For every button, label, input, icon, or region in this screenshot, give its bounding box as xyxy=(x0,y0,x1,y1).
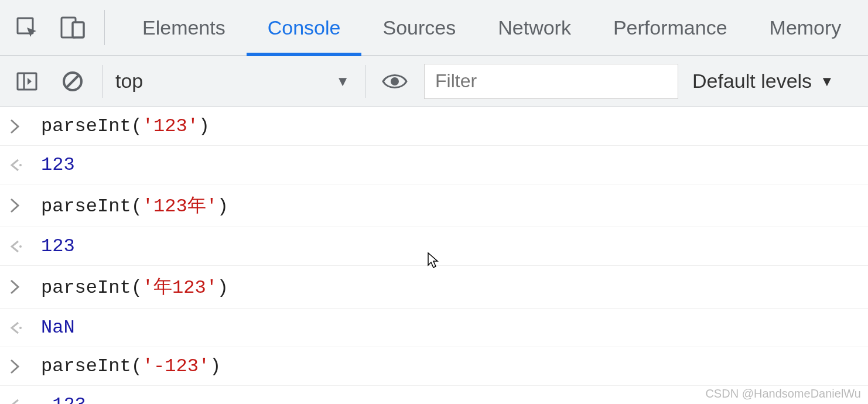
output-chevron-icon xyxy=(9,239,41,254)
console-output-row: 123 xyxy=(0,146,868,184)
live-expression-icon[interactable] xyxy=(381,67,409,95)
tab-console[interactable]: Console xyxy=(247,0,362,56)
console-input-code: parseInt('123年') xyxy=(41,193,228,218)
console-output-value: NaN xyxy=(41,317,75,338)
device-toolbar-icon[interactable] xyxy=(59,13,87,42)
separator xyxy=(365,65,365,98)
chevron-down-icon: ▼ xyxy=(336,73,350,90)
svg-point-8 xyxy=(391,77,399,85)
console-input-row[interactable]: parseInt('年123') xyxy=(0,266,868,309)
console-output-row: -123 xyxy=(0,386,868,404)
filter-input[interactable] xyxy=(424,64,678,99)
console-output-row: NaN xyxy=(0,309,868,347)
svg-point-10 xyxy=(19,245,22,248)
output-chevron-icon xyxy=(9,321,41,335)
svg-line-7 xyxy=(66,75,79,88)
console-output-value: 123 xyxy=(41,235,75,257)
svg-point-11 xyxy=(19,327,22,329)
console-output-value: -123 xyxy=(41,394,86,404)
console-input-code: parseInt('年123') xyxy=(41,274,228,300)
console-input-code: parseInt('-123') xyxy=(41,355,221,377)
tab-elements[interactable]: Elements xyxy=(121,0,247,56)
separator xyxy=(102,65,102,98)
tab-performance[interactable]: Performance xyxy=(592,0,749,56)
separator xyxy=(104,10,105,45)
tab-sources[interactable]: Sources xyxy=(361,0,477,56)
console-input-code: parseInt('123') xyxy=(41,115,210,137)
show-console-sidebar-icon[interactable] xyxy=(13,67,41,95)
context-selector-label: top xyxy=(115,70,336,93)
devtools-tabs-bar: Elements Console Sources Network Perform… xyxy=(0,0,868,56)
log-levels-label: Default levels xyxy=(692,70,812,93)
console-output: parseInt('123') 123 parseInt('123年') 123… xyxy=(0,107,868,404)
clear-console-icon[interactable] xyxy=(59,67,87,95)
log-levels-selector[interactable]: Default levels ▼ xyxy=(692,70,842,93)
inspect-element-icon[interactable] xyxy=(13,13,41,42)
tab-memory[interactable]: Memory xyxy=(749,0,863,56)
chevron-down-icon: ▼ xyxy=(820,73,834,90)
tab-network[interactable]: Network xyxy=(477,0,592,56)
svg-rect-4 xyxy=(18,73,36,90)
svg-point-9 xyxy=(19,164,22,166)
input-chevron-icon xyxy=(9,358,41,375)
console-input-row[interactable]: parseInt('123') xyxy=(0,107,868,146)
input-chevron-icon xyxy=(9,118,41,135)
console-input-row[interactable]: parseInt('123年') xyxy=(0,184,868,227)
console-output-value: 123 xyxy=(41,154,75,176)
output-chevron-icon xyxy=(9,398,41,405)
console-output-row: 123 xyxy=(0,227,868,266)
console-input-row[interactable]: parseInt('-123') xyxy=(0,347,868,386)
output-chevron-icon xyxy=(9,158,41,172)
svg-rect-2 xyxy=(73,22,84,37)
context-selector[interactable]: top ▼ xyxy=(115,70,350,93)
input-chevron-icon xyxy=(9,279,41,295)
console-toolbar: top ▼ Default levels ▼ xyxy=(0,56,868,107)
input-chevron-icon xyxy=(9,197,41,214)
